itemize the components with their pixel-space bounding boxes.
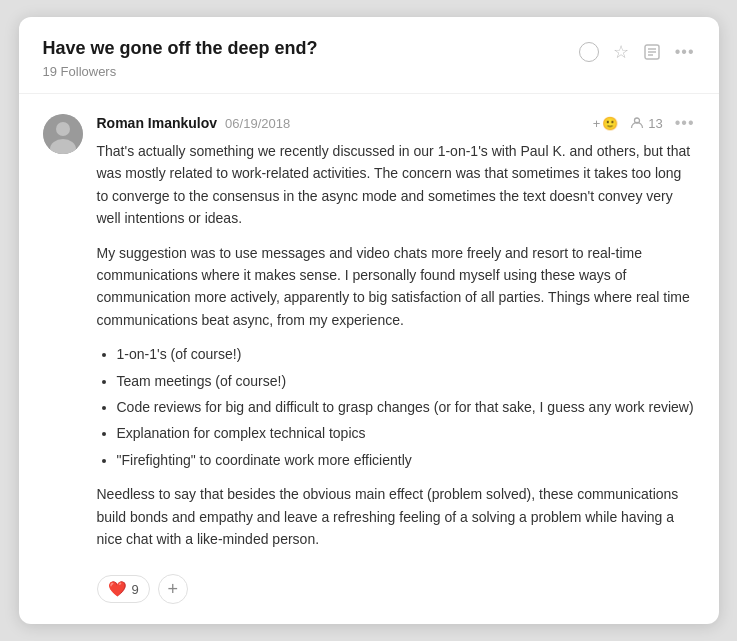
post: Roman Imankulov 06/19/2018 + 🙂	[43, 114, 695, 604]
card-header-left: Have we gone off the deep end? 19 Follow…	[43, 37, 318, 79]
person-icon	[630, 116, 644, 130]
heart-count: 9	[132, 582, 139, 597]
list-item: Code reviews for big and difficult to gr…	[117, 396, 695, 418]
avatar	[43, 114, 83, 154]
plus-icon: +	[593, 116, 601, 131]
card-header: Have we gone off the deep end? 19 Follow…	[19, 17, 719, 94]
heart-emoji: ❤️	[108, 580, 127, 598]
post-followers-count: 13	[648, 116, 662, 131]
post-header: Roman Imankulov 06/19/2018 + 🙂	[97, 114, 695, 132]
plus-icon: +	[167, 580, 178, 598]
svg-point-5	[56, 122, 70, 136]
followers-count: 19 Followers	[43, 64, 318, 79]
post-more-options-icon[interactable]: •••	[675, 114, 695, 132]
list-item: 1-on-1's (of course!)	[117, 343, 695, 365]
post-footer: ❤️ 9 +	[97, 566, 695, 604]
post-date: 06/19/2018	[225, 116, 290, 131]
header-actions: ☆ •••	[579, 41, 695, 63]
smile-icon: 🙂	[602, 116, 618, 131]
add-emoji-reaction-button[interactable]: +	[158, 574, 188, 604]
list-item: Explanation for complex technical topics	[117, 422, 695, 444]
paragraph-1: That's actually something we recently di…	[97, 140, 695, 230]
author-name: Roman Imankulov	[97, 115, 218, 131]
list-item: Team meetings (of course!)	[117, 370, 695, 392]
add-reaction-button[interactable]: + 🙂	[593, 116, 619, 131]
star-icon[interactable]: ☆	[613, 41, 629, 63]
post-card: Have we gone off the deep end? 19 Follow…	[19, 17, 719, 625]
circle-icon[interactable]	[579, 42, 599, 62]
heart-reaction-button[interactable]: ❤️ 9	[97, 575, 150, 603]
list-item: "Firefighting" to coordinate work more e…	[117, 449, 695, 471]
closing-paragraph: Needless to say that besides the obvious…	[97, 483, 695, 550]
post-content: That's actually something we recently di…	[97, 140, 695, 550]
more-options-icon[interactable]: •••	[675, 43, 695, 61]
bullet-list: 1-on-1's (of course!) Team meetings (of …	[117, 343, 695, 471]
post-header-right: + 🙂 13 •••	[593, 114, 695, 132]
post-header-left: Roman Imankulov 06/19/2018	[97, 115, 291, 131]
post-main: Roman Imankulov 06/19/2018 + 🙂	[97, 114, 695, 604]
edit-icon[interactable]	[643, 43, 661, 61]
card-body: Roman Imankulov 06/19/2018 + 🙂	[19, 94, 719, 624]
card-title: Have we gone off the deep end?	[43, 37, 318, 60]
post-followers-button[interactable]: 13	[630, 116, 662, 131]
paragraph-2: My suggestion was to use messages and vi…	[97, 242, 695, 332]
